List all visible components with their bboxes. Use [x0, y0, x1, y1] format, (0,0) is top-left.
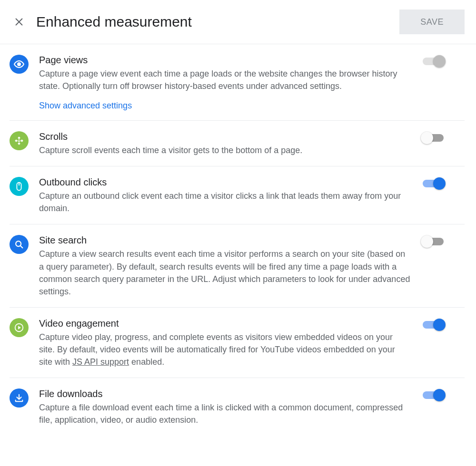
svg-marker-13: [18, 326, 21, 329]
svg-point-2: [18, 63, 20, 66]
toggle-page-views: [422, 57, 445, 66]
item-title: Scrolls: [39, 131, 410, 142]
item-description: Capture scroll events each time a visito…: [39, 144, 410, 156]
scrolls-icon: [10, 131, 29, 150]
download-icon: [10, 388, 29, 408]
item-video-engagement: Video engagement Capture video play, pro…: [10, 308, 465, 378]
item-scrolls: Scrolls Capture scroll events each time …: [10, 121, 465, 166]
header: Enhanced measurement SAVE: [0, 0, 476, 44]
toggle-file-downloads[interactable]: [422, 390, 445, 400]
svg-rect-5: [20, 139, 23, 142]
item-description: Capture a view search results event each…: [39, 248, 410, 297]
play-icon: [10, 318, 29, 337]
js-api-support-link[interactable]: JS API support: [72, 357, 129, 367]
toggle-video-engagement[interactable]: [422, 320, 445, 330]
item-site-search: Site search Capture a view search result…: [10, 224, 465, 307]
svg-line-11: [20, 246, 23, 248]
svg-point-7: [18, 140, 20, 142]
close-icon: [14, 17, 24, 27]
search-icon: [10, 235, 29, 254]
item-file-downloads: File downloads Capture a file download e…: [10, 378, 465, 436]
item-outbound-clicks: Outbound clicks Capture an outbound clic…: [10, 166, 465, 224]
svg-rect-3: [18, 136, 20, 139]
page-title: Enhanced measurement: [36, 14, 399, 30]
close-button[interactable]: [11, 14, 27, 29]
item-title: Site search: [39, 235, 410, 246]
mouse-icon: [10, 177, 29, 196]
item-description: Capture video play, progress, and comple…: [39, 331, 410, 368]
item-title: Outbound clicks: [39, 177, 410, 188]
svg-rect-6: [18, 142, 20, 145]
item-title: Page views: [39, 55, 410, 66]
item-page-views: Page views Capture a page view event eac…: [10, 44, 465, 121]
save-button[interactable]: SAVE: [399, 10, 465, 34]
item-description: Capture an outbound click event each tim…: [39, 190, 410, 214]
toggle-site-search[interactable]: [422, 237, 445, 246]
toggle-outbound-clicks[interactable]: [422, 179, 445, 188]
eye-icon: [10, 55, 29, 74]
item-title: File downloads: [39, 388, 410, 399]
svg-rect-4: [15, 139, 18, 142]
item-description: Capture a page view event each time a pa…: [39, 68, 410, 92]
item-list: Page views Capture a page view event eac…: [0, 44, 476, 436]
item-description: Capture a file download event each time …: [39, 401, 410, 426]
item-title: Video engagement: [39, 318, 410, 329]
toggle-scrolls[interactable]: [422, 133, 445, 143]
show-advanced-settings-link[interactable]: Show advanced settings: [39, 101, 132, 111]
